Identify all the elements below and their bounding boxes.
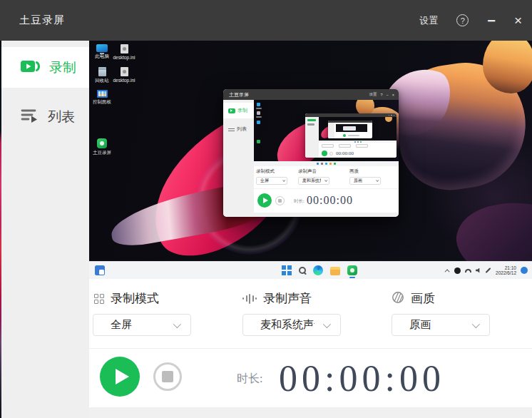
desktop-icon-potato-app: 土豆录屏	[91, 138, 113, 156]
pen-icon	[486, 267, 491, 273]
timer-value: 00:00:00	[279, 357, 445, 399]
record-sound-value: 麦和系统声音	[260, 318, 314, 332]
playbar-section: 时长: 00:00:00	[89, 348, 532, 407]
sidebar: 录制 列表	[1, 41, 89, 418]
tray-app-icon	[454, 267, 461, 274]
nested-sidebar-record: 录制	[223, 103, 254, 118]
tray-chevron-icon	[445, 269, 450, 274]
sidebar-item-label: 录制	[49, 58, 76, 77]
nested-titlebar: 土豆录屏 设置 ? − ×	[223, 89, 399, 100]
nested-app-window-2: 00:00:00	[305, 113, 397, 158]
list-icon	[228, 127, 235, 132]
stop-icon	[329, 152, 333, 156]
close-icon[interactable]: ×	[514, 13, 522, 29]
nested-titlebar-icons: 设置 ? − ×	[369, 92, 395, 97]
tray-clock: 21:10 2022/6/12	[496, 265, 516, 275]
record-mode-label: 录制模式	[111, 290, 159, 307]
record-camera-icon	[20, 59, 41, 76]
play-icon	[257, 193, 272, 208]
main-panel: 此电脑 desktop.ini 回收站 desktop.ini 控制面板	[89, 41, 532, 418]
nested-controls: 录制模式 全屏 录制声音 麦和系统声音	[254, 166, 399, 188]
chevron-down-icon	[173, 320, 181, 327]
potato-app-taskbar-icon	[347, 265, 357, 275]
app-title: 土豆录屏	[19, 14, 65, 27]
screen-capture-preview: 此电脑 desktop.ini 回收站 desktop.ini 控制面板	[89, 41, 532, 261]
edge-browser-icon	[313, 265, 323, 275]
control-panel-icon	[97, 90, 108, 98]
record-sound-label: 录制声音	[263, 290, 312, 307]
chevron-down-icon	[323, 320, 331, 327]
captured-taskbar: 21:10 2022/6/12	[89, 261, 532, 279]
windows-start-icon	[282, 265, 292, 275]
nested-taskbar	[254, 161, 399, 166]
speaker-icon	[476, 268, 481, 273]
desktop-icon-recycle-bin: 回收站	[91, 67, 113, 84]
help-icon[interactable]: ?	[456, 14, 469, 26]
list-icon	[20, 108, 40, 126]
titlebar-actions: 设置 ? − ×	[419, 13, 522, 29]
system-tray: 21:10 2022/6/12	[446, 262, 528, 279]
nested-sidebar-list: 列表	[223, 121, 254, 137]
nested-sidebar: 录制 列表	[223, 100, 254, 217]
play-icon	[322, 151, 327, 156]
bottom-strip	[89, 407, 532, 418]
grid-icon	[94, 294, 104, 304]
monitor-icon	[96, 44, 108, 52]
sidebar-item-label: 列表	[48, 108, 75, 126]
play-icon	[116, 369, 129, 384]
desktop-icon-desktop-ini: desktop.ini	[113, 44, 135, 60]
quality-icon	[392, 291, 404, 307]
sidebar-item-list[interactable]: 列表	[1, 96, 89, 137]
controls-section: 录制模式 全屏 录制声音 麦和系统声音	[89, 279, 532, 348]
file-icon	[121, 44, 128, 53]
minimize-icon[interactable]: −	[487, 17, 496, 24]
widgets-icon	[95, 265, 105, 275]
quality-value: 原画	[409, 318, 431, 332]
record-sound-dropdown[interactable]: 麦和系统声音	[242, 314, 341, 336]
record-mode-value: 全屏	[111, 318, 132, 332]
start-record-button[interactable]	[100, 357, 140, 397]
titlebar: 土豆录屏 设置 ? − ×	[0, 0, 532, 41]
desktop-icon-desktop-ini-2: desktop.ini	[113, 67, 135, 83]
nested-app-window-3	[328, 121, 372, 138]
search-icon	[299, 267, 306, 274]
wallpaper-purple-petal	[449, 188, 532, 261]
notification-badge	[521, 267, 528, 274]
duration-label: 时长:	[237, 372, 262, 387]
stop-icon	[162, 371, 173, 382]
record-camera-icon	[228, 108, 235, 113]
record-sound-group: 录制声音 麦和系统声音	[242, 290, 341, 336]
desktop-icon-this-pc: 此电脑	[91, 44, 113, 60]
app-window: 土豆录屏 设置 ? − × 录制	[0, 0, 532, 418]
nested-preview: 00:00:00	[254, 100, 399, 166]
quality-dropdown[interactable]: 原画	[392, 314, 490, 336]
nested-app-window: 土豆录屏 设置 ? − × 录制	[223, 89, 399, 217]
nested-playbar: 时长: 00:00:00	[254, 188, 399, 213]
wifi-icon	[465, 269, 471, 272]
waveform-icon	[242, 293, 257, 305]
potato-app-icon	[97, 138, 107, 148]
file-icon	[121, 67, 128, 76]
recycle-bin-icon	[98, 67, 106, 76]
quality-label: 画质	[411, 290, 435, 307]
record-mode-group: 录制模式 全屏	[94, 290, 191, 336]
record-mode-dropdown[interactable]: 全屏	[93, 314, 191, 336]
settings-button[interactable]: 设置	[419, 14, 438, 27]
stop-record-button[interactable]	[153, 362, 182, 391]
quality-group: 画质 原画	[392, 290, 490, 336]
timer-value: 00:00:00	[336, 151, 354, 156]
stop-icon	[275, 196, 285, 205]
file-explorer-icon	[330, 267, 340, 275]
chevron-down-icon	[472, 320, 480, 327]
desktop-icon-control-panel: 控制面板	[91, 90, 113, 106]
sidebar-item-record[interactable]: 录制	[1, 47, 89, 88]
